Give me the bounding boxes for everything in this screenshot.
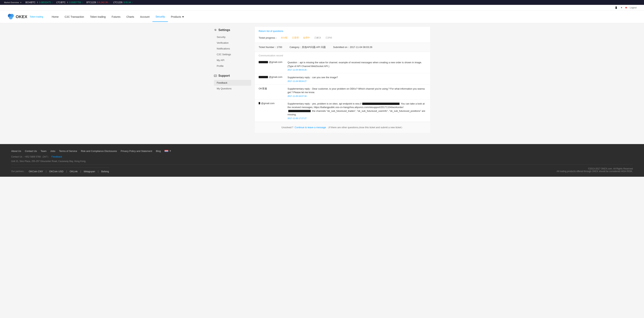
phone-icon: 📱 <box>615 6 618 9</box>
sidebar-item-feedback[interactable]: Feedback <box>214 80 251 86</box>
message-sender-1: @gmail.com <box>259 61 285 63</box>
footer-team[interactable]: Team <box>40 150 46 152</box>
message-sender-2: @gmail.com <box>259 76 285 78</box>
sidebar-item-verification[interactable]: Verification <box>214 40 251 46</box>
message-sender-support: OK客服 <box>259 87 285 90</box>
ticket-submitted: Submitted on：2017-11-04 08:03:26 <box>333 46 372 49</box>
sidebar-support-title: Support <box>214 73 251 79</box>
products-dropdown-arrow: ▼ <box>182 15 184 18</box>
return-link[interactable]: Return list of questions <box>255 27 430 34</box>
okex-logo-icon <box>8 14 14 20</box>
sender-redacted <box>259 76 268 78</box>
logout-button[interactable]: Logout <box>630 6 636 9</box>
footer-privacy[interactable]: Privacy Policy and Statement <box>121 150 152 152</box>
footer-about[interactable]: About Us <box>11 150 21 152</box>
page-content: Settings Security Verification Notificat… <box>210 23 434 137</box>
sidebar-support-section: Support Feedback My Questions <box>214 73 251 91</box>
sidebar-item-c2c-settings[interactable]: C2C Settings <box>214 52 251 57</box>
ticket-category: Category：其他API问题-API 问题 <box>290 46 326 49</box>
message-text-2: Supplementary reply：can you see the imag… <box>288 76 426 79</box>
ticker-pair-ltc: LTC/BTC: ⬆ 0.00857759 ↑ <box>56 1 83 4</box>
status-received: 已受理 <box>291 36 300 40</box>
footer-jobs[interactable]: Jobs <box>50 150 55 152</box>
message-row: @gmail.com Question：api is missing the v… <box>255 58 430 73</box>
footer-bottom: Our partners： OKCoin CNY | OKCoin USD | … <box>11 165 633 173</box>
nav-account[interactable]: Account <box>137 12 152 22</box>
sidebar-item-notifications[interactable]: Notifications <box>214 46 251 52</box>
nav-c2c[interactable]: C2C Transaction <box>62 12 87 22</box>
market-overview[interactable]: Market Overview ▼ <box>4 1 22 4</box>
footer-contact-info: Contact Us：+852 5808 5768（24/7） Feedback <box>11 155 633 158</box>
sidebar: Settings Security Verification Notificat… <box>214 27 251 133</box>
ticker-pair-bch: BCH/BTC: ⬆ 0.08532475 ↑ <box>26 1 52 4</box>
ticker-bar: Market Overview ▼ BCH/BTC: ⬆ 0.08532475 … <box>0 0 644 5</box>
footer: About Us Contact Us Team Jobs Terms of S… <box>0 144 644 177</box>
footer-address: Unit 21, Sino Plaza, 255-257 Gloucester … <box>11 160 633 163</box>
message-text-4: Supplementary reply：yes, problem is on o… <box>288 102 426 116</box>
status-processing: 处理中 <box>302 36 311 40</box>
gear-icon <box>214 29 217 32</box>
footer-blog[interactable]: Blog <box>156 150 161 152</box>
nav-futures[interactable]: Futures <box>109 12 123 22</box>
language-dropdown-arrow: ▼ <box>169 150 172 152</box>
unsolved-section: Unsolved？ Continue to leave a message （I… <box>255 122 430 133</box>
notification-dot <box>625 7 627 9</box>
message-row: @gmail.com Supplementary reply：yes, prob… <box>255 100 430 122</box>
nav-charts[interactable]: Charts <box>124 12 137 22</box>
sidebar-item-my-api[interactable]: My API <box>214 57 251 63</box>
comm-record-title: Communication record <box>255 52 430 58</box>
ticket-progress: Ticket progress： 未分配 已受理 处理中 已解决 已评价 <box>255 34 430 43</box>
redacted-url <box>362 103 400 105</box>
message-body-4: Supplementary reply：yes, problem is on o… <box>288 102 426 119</box>
partner-bafang[interactable]: Bafang <box>101 170 109 173</box>
status-resolved: 已解决 <box>313 36 322 40</box>
status-unassigned: 未分配 <box>280 36 289 40</box>
sidebar-settings-section: Settings Security Verification Notificat… <box>214 27 251 69</box>
message-body-2: Supplementary reply：can you see the imag… <box>288 76 426 82</box>
ticket-number: Ticket Number：1700 <box>259 46 282 49</box>
message-time-support: 2017-11-05 04:07:34 <box>288 95 426 97</box>
partner-oklink[interactable]: OKLink <box>70 170 78 173</box>
progress-label: Ticket progress： <box>259 36 278 40</box>
main-nav: OKEX Token trading Home C2C Transaction … <box>0 11 644 23</box>
sidebar-item-my-questions[interactable]: My Questions <box>214 86 251 91</box>
nav-products[interactable]: Products ▼ <box>168 12 187 22</box>
footer-risk[interactable]: Risk and Compliance Disclosures <box>81 150 117 152</box>
sidebar-item-profile[interactable]: Profile <box>214 63 251 69</box>
nav-home[interactable]: Home <box>49 12 62 22</box>
partners-label: Our partners： <box>11 170 26 173</box>
partner-bbtaguyan[interactable]: bbtaguyan <box>84 170 95 173</box>
footer-feedback-link[interactable]: Feedback <box>52 155 62 158</box>
footer-terms[interactable]: Terms of Service <box>59 150 77 152</box>
sidebar-settings-title: Settings <box>214 27 251 33</box>
ticker-pair-btc1229: BTC1229: $ 6,342.39 ↓ <box>86 1 110 4</box>
message-time-4: 2017-11-05 17:27:27 <box>288 117 426 119</box>
message-text-1: Question：api is missing the value for ch… <box>288 61 426 68</box>
footer-links: About Us Contact Us Team Jobs Terms of S… <box>11 150 633 152</box>
partner-okcoin-cny[interactable]: OKCoin CNY <box>29 170 43 173</box>
sender-redacted <box>259 61 268 63</box>
partners-bar: Our partners： OKCoin CNY | OKCoin USD | … <box>11 168 109 173</box>
redacted-path <box>288 110 311 112</box>
footer-language-selector[interactable]: ▼ <box>164 150 172 152</box>
utility-bar: 📱 ▼ Logout <box>0 5 644 11</box>
footer-copyright: ©2013-2017 OKEX.com. All Rights Reserved… <box>556 168 633 173</box>
message-time-2: 2017-11-04 08:04:27 <box>288 80 426 82</box>
continue-leave-message-link[interactable]: Continue to leave a message <box>294 126 326 129</box>
message-row: @gmail.com Supplementary reply：can you s… <box>255 73 430 85</box>
sender-redacted <box>259 102 260 104</box>
nav-links: Home C2C Transaction Token trading Futur… <box>49 12 636 22</box>
message-body-1: Question：api is missing the value for ch… <box>288 61 426 71</box>
status-closed: 已评价 <box>324 36 333 40</box>
footer-contact[interactable]: Contact Us <box>25 150 37 152</box>
dropdown-arrow: ▼ <box>620 6 622 9</box>
nav-token[interactable]: Token trading <box>87 12 109 22</box>
us-flag-icon <box>164 150 168 152</box>
partner-okcoin-usd[interactable]: OKCoin USD <box>49 170 64 173</box>
message-text-support: Supplementary reply：Dear customer, is yo… <box>288 87 426 94</box>
ticket-info: Ticket Number：1700 Category：其他API问题-API … <box>255 43 430 52</box>
logo-text: OKEX <box>16 14 27 19</box>
nav-security[interactable]: Security <box>152 12 168 22</box>
svg-rect-3 <box>214 75 217 77</box>
sidebar-item-security[interactable]: Security <box>214 34 251 40</box>
